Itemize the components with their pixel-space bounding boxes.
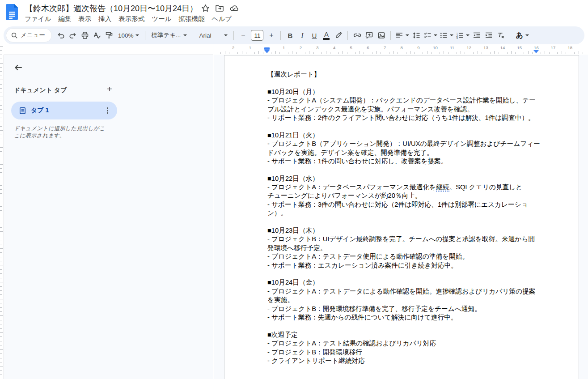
align-button[interactable] xyxy=(394,29,410,42)
font-family-select[interactable]: Arial xyxy=(196,29,230,42)
underline-button[interactable]: U xyxy=(308,29,320,42)
ruler-tick xyxy=(330,52,330,54)
document-page[interactable]: 【週次レポート】■10月20日（月）- プロジェクトA（システム開発）：バックエ… xyxy=(224,55,579,379)
menu-help[interactable]: ヘルプ xyxy=(208,13,236,25)
paint-format-button[interactable] xyxy=(103,29,115,42)
ruler-tick xyxy=(0,67,2,68)
add-comment-button[interactable] xyxy=(363,29,375,42)
spellcheck-squiggle[interactable]: 継続 xyxy=(436,183,449,192)
input-tools-label: あ xyxy=(516,31,523,40)
bold-button[interactable]: B xyxy=(284,29,296,42)
docs-logo-icon[interactable] xyxy=(6,4,18,20)
tab-options-icon[interactable] xyxy=(103,107,112,114)
app-header: 【鈴木次郎】週次報告（10月20日〜10月24日） ファイル 編集 表示 挿入 … xyxy=(0,0,588,25)
doc-line: - プロジェクトA：データベースパフォーマンス最適化を継続。SQLクエリの見直し… xyxy=(267,183,537,192)
ruler-tick xyxy=(490,52,491,54)
spell-check-button[interactable] xyxy=(91,29,103,42)
chevron-down-icon xyxy=(525,34,529,36)
menu-file[interactable]: ファイル xyxy=(21,13,55,25)
close-sidebar-button[interactable] xyxy=(12,61,25,74)
doc-line: - サポート業務：エスカレーション済み案件に引き続き対応中。 xyxy=(267,261,537,270)
checklist-button[interactable] xyxy=(422,29,438,42)
menu-tools[interactable]: ツール xyxy=(148,13,175,25)
print-button[interactable] xyxy=(79,29,91,42)
doc-line xyxy=(267,270,537,278)
right-indent-marker[interactable] xyxy=(533,50,539,53)
ruler-tick xyxy=(0,265,3,265)
ruler-tick xyxy=(0,63,3,64)
numbered-list-button[interactable]: 123 xyxy=(454,29,470,42)
horizontal-ruler[interactable]: 21123456789101112131415161718 xyxy=(219,45,588,54)
add-tab-button[interactable]: + xyxy=(103,83,116,95)
menu-insert[interactable]: 挿入 xyxy=(95,13,115,25)
doc-line: ブル設計とインデックス最適化を実施。パフォーマンス改善を確認。 xyxy=(267,105,537,114)
ruler-tick xyxy=(0,122,2,122)
paragraph-style-select[interactable]: 標準テキ... xyxy=(148,29,190,42)
ruler-tick xyxy=(583,52,583,54)
doc-line: 発環境へ移行予定。 xyxy=(267,244,537,252)
ruler-tick xyxy=(0,114,3,114)
ruler-number: 13 xyxy=(483,45,488,50)
menu-view[interactable]: 表示 xyxy=(75,13,95,25)
doc-line: チューニングによりパフォーマンスが約20％向上。 xyxy=(267,192,537,200)
toolbar: メニュー 100% 標準テキ... Arial xyxy=(4,26,584,44)
ruler-tick xyxy=(0,84,2,85)
ruler-tick xyxy=(0,244,2,244)
doc-line: を実施。 xyxy=(267,296,537,304)
doc-line: - プロジェクトB：開発環境移行 xyxy=(267,348,537,357)
increase-indent-button[interactable] xyxy=(482,29,495,42)
menu-format[interactable]: 表示形式 xyxy=(115,13,148,25)
ruler-tick xyxy=(0,126,2,127)
menu-edit[interactable]: 編集 xyxy=(55,13,75,25)
ruler-tick xyxy=(0,252,2,253)
clear-formatting-button[interactable] xyxy=(495,29,507,42)
italic-button[interactable]: I xyxy=(296,29,308,42)
increase-font-size-button[interactable]: + xyxy=(265,29,277,42)
chevron-down-icon xyxy=(183,34,187,36)
ruler-tick xyxy=(0,193,2,194)
decrease-indent-button[interactable] xyxy=(470,29,482,42)
search-menus-button[interactable]: メニュー xyxy=(6,29,51,42)
ruler-tick xyxy=(0,236,2,236)
sidebar-item-tab1[interactable]: タブ 1 xyxy=(11,102,117,119)
ruler-tick xyxy=(499,52,499,54)
undo-button[interactable] xyxy=(55,29,67,42)
ruler-tick xyxy=(448,52,448,54)
ruler-number: 18 xyxy=(567,45,572,50)
ruler-tick xyxy=(0,299,3,299)
redo-button[interactable] xyxy=(67,29,79,42)
left-indent-marker[interactable] xyxy=(264,50,270,53)
insert-image-button[interactable] xyxy=(375,29,387,42)
bulleted-list-button[interactable] xyxy=(438,29,454,42)
ruler-tick xyxy=(0,294,2,295)
ruler-tick xyxy=(271,52,271,54)
doc-line: - プロジェクトA：テスト結果の確認およびリカバリ対応 xyxy=(267,339,537,348)
ruler-tick xyxy=(414,52,415,54)
star-icon[interactable] xyxy=(200,3,210,13)
ruler-tick xyxy=(0,362,2,362)
move-folder-icon[interactable] xyxy=(215,3,224,13)
first-line-indent-marker[interactable] xyxy=(264,47,270,50)
ruler-tick xyxy=(0,240,2,240)
document-lines[interactable]: 【週次レポート】■10月20日（月）- プロジェクトA（システム開発）：バックエ… xyxy=(267,70,537,365)
insert-link-button[interactable] xyxy=(351,29,363,42)
ruler-tick xyxy=(0,130,3,131)
tab-label: タブ 1 xyxy=(31,106,103,115)
vertical-ruler[interactable] xyxy=(0,46,4,379)
cloud-saved-icon[interactable] xyxy=(229,3,239,13)
google-docs-app: 【鈴木次郎】週次報告（10月20日〜10月24日） ファイル 編集 表示 挿入 … xyxy=(0,0,588,379)
ruler-number: 2 xyxy=(300,45,302,50)
ruler-tick xyxy=(237,52,238,54)
highlight-color-button[interactable] xyxy=(332,29,344,42)
line-spacing-button[interactable] xyxy=(410,29,422,42)
ruler-tick xyxy=(393,51,393,54)
font-size-input[interactable]: 11 xyxy=(251,30,263,41)
document-title[interactable]: 【鈴木次郎】週次報告（10月20日〜10月24日） xyxy=(25,3,198,14)
menu-extensions[interactable]: 拡張機能 xyxy=(175,13,208,25)
ruler-tick xyxy=(321,52,322,54)
zoom-select[interactable]: 100% xyxy=(115,29,142,42)
input-tools-button[interactable]: あ xyxy=(513,29,531,42)
decrease-font-size-button[interactable]: − xyxy=(237,29,249,42)
caption-line-2: こに表示されます。 xyxy=(14,132,121,139)
text-color-button[interactable]: A xyxy=(320,29,332,42)
